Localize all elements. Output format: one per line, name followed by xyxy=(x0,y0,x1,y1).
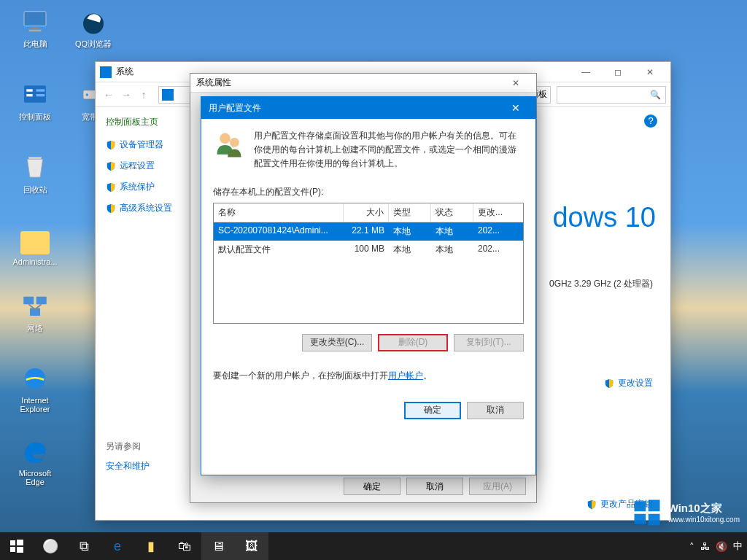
desktop-icon-this-pc[interactable]: 此电脑 xyxy=(9,6,61,50)
sidebar: 控制面板主页 设备管理器 远程设置 系统保护 高级系统设置 另请参阅 xyxy=(96,107,198,520)
up-title-text: 用户配置文件 xyxy=(209,102,261,114)
edge-icon xyxy=(20,436,50,467)
taskbar-store[interactable]: 🛍 xyxy=(168,532,201,560)
svg-rect-20 xyxy=(634,514,646,524)
desktop-icon-network[interactable]: 网络 xyxy=(9,290,61,334)
up-body: 用户配置文件存储桌面设置和其他与你的用户帐户有关的信息。可在你使用的每台计算机上… xyxy=(201,119,535,429)
icon-label: Administra... xyxy=(9,257,61,266)
taskbar-edge[interactable]: e xyxy=(101,532,134,560)
folder-icon: ▮ xyxy=(147,538,155,554)
tray-ime-icon[interactable]: 中 xyxy=(733,540,743,553)
system-tray: ˄ 🖧 🔇 中 xyxy=(689,540,747,553)
cancel-button[interactable]: 取消 xyxy=(406,478,463,495)
taskbar-file-explorer[interactable]: ▮ xyxy=(134,532,168,560)
shield-icon xyxy=(106,140,116,150)
desktop: 此电脑 QQ浏览器 控制面板 宽带连 回收站 Administra... 网络 xyxy=(0,0,747,560)
table-header: 名称 大小 类型 状态 更改... xyxy=(214,203,523,222)
shield-icon xyxy=(587,499,597,510)
col-name[interactable]: 名称 xyxy=(214,203,344,222)
up-button[interactable]: ↑ xyxy=(135,86,152,104)
app-icon: 🖥 xyxy=(212,539,225,554)
desktop-icon-administrator[interactable]: Administra... xyxy=(9,225,61,266)
minimize-button[interactable]: — xyxy=(570,62,602,82)
taskbar-running-1[interactable]: 🖥 xyxy=(201,532,235,560)
svg-rect-8 xyxy=(36,94,45,96)
shield-icon xyxy=(106,182,116,192)
icon-label: 控制面板 xyxy=(9,112,61,122)
copy-to-button[interactable]: 复制到(T)... xyxy=(454,334,524,351)
col-modified[interactable]: 更改... xyxy=(473,203,516,222)
tray-network-icon[interactable]: 🖧 xyxy=(700,541,710,552)
props-titlebar[interactable]: 系统属性 ✕ xyxy=(190,74,536,93)
up-description: 用户配置文件存储桌面设置和其他与你的用户帐户有关的信息。可在你使用的每台计算机上… xyxy=(254,129,524,171)
icon-label: 网络 xyxy=(9,323,61,334)
taskbar-running-2[interactable]: 🖼 xyxy=(235,532,268,560)
col-size[interactable]: 大小 xyxy=(344,203,389,222)
cancel-button[interactable]: 取消 xyxy=(467,402,524,419)
ie-icon xyxy=(20,363,50,394)
icon-label: 此电脑 xyxy=(9,39,61,50)
desktop-icon-qq-browser[interactable]: QQ浏览器 xyxy=(67,6,120,50)
window-title: 系统 xyxy=(116,66,133,78)
svg-rect-18 xyxy=(634,501,646,511)
desktop-icon-edge[interactable]: Microsoft Edge xyxy=(9,436,61,486)
user-accounts-link[interactable]: 用户帐户 xyxy=(388,370,423,381)
profiles-list-label: 储存在本机上的配置文件(P): xyxy=(213,186,524,198)
shield-icon xyxy=(106,161,116,171)
table-row-selected[interactable]: SC-202007081424\Admini... 22.1 MB 本地 本地 … xyxy=(214,222,523,241)
close-button[interactable]: ✕ xyxy=(634,62,666,82)
sidebar-item-device-manager[interactable]: 设备管理器 xyxy=(106,139,187,151)
search-input[interactable]: 🔍 xyxy=(557,86,666,104)
taskbar: ⚪ ⧉ e ▮ 🛍 🖥 🖼 ˄ 🖧 🔇 中 xyxy=(0,532,747,560)
ok-button[interactable]: 确定 xyxy=(404,402,461,419)
taskbar-search[interactable]: ⚪ xyxy=(34,532,67,560)
ok-button[interactable]: 确定 xyxy=(344,478,400,495)
delete-button[interactable]: 删除(D) xyxy=(378,334,448,351)
sidebar-item-label: 设备管理器 xyxy=(120,139,163,151)
svg-rect-7 xyxy=(36,89,45,91)
svg-rect-1 xyxy=(31,27,39,29)
svg-rect-11 xyxy=(28,157,42,160)
sidebar-item-label: 系统保护 xyxy=(120,181,155,193)
start-button[interactable] xyxy=(0,532,34,560)
maximize-button[interactable]: ◻ xyxy=(602,62,634,82)
sidebar-item-security[interactable]: 安全和维护 xyxy=(106,460,187,472)
change-settings-link[interactable]: 更改设置 xyxy=(604,377,653,389)
forward-button[interactable]: → xyxy=(117,86,135,104)
cpu-spec: 0GHz 3.29 GHz (2 处理器) xyxy=(549,278,653,290)
back-button[interactable]: ← xyxy=(100,86,117,104)
dialog-footer-buttons: 确定 取消 xyxy=(213,402,524,419)
svg-point-17 xyxy=(230,138,239,147)
tray-chevron-icon[interactable]: ˄ xyxy=(689,541,694,552)
col-type[interactable]: 类型 xyxy=(389,203,431,222)
svg-rect-2 xyxy=(29,30,42,32)
svg-rect-12 xyxy=(23,297,34,305)
svg-point-10 xyxy=(86,93,89,96)
change-type-button[interactable]: 更改类型(C)... xyxy=(302,334,372,351)
watermark-title: Win10之家 xyxy=(668,502,740,516)
table-row[interactable]: 默认配置文件 100 MB 本地 本地 202... xyxy=(214,241,523,259)
sidebar-item-remote[interactable]: 远程设置 xyxy=(106,160,187,172)
apply-button[interactable]: 应用(A) xyxy=(469,478,526,495)
task-view-button[interactable]: ⧉ xyxy=(67,532,101,560)
help-icon[interactable]: ? xyxy=(644,114,657,128)
sidebar-item-label: 远程设置 xyxy=(120,160,155,172)
desktop-icon-recycle-bin[interactable]: 回收站 xyxy=(9,152,61,195)
profile-action-buttons: 更改类型(C)... 删除(D) 复制到(T)... xyxy=(213,334,524,351)
watermark-url: www.win10xitong.com xyxy=(668,516,740,524)
up-titlebar[interactable]: 用户配置文件 ✕ xyxy=(201,97,535,119)
close-button[interactable]: ✕ xyxy=(501,78,530,88)
address-icon xyxy=(162,89,174,101)
sidebar-item-protection[interactable]: 系统保护 xyxy=(106,181,187,193)
desktop-icon-control-panel[interactable]: 控制面板 xyxy=(9,79,61,122)
sidebar-item-advanced[interactable]: 高级系统设置 xyxy=(106,202,187,214)
desktop-icon-ie[interactable]: Internet Explorer xyxy=(9,363,61,413)
profiles-table[interactable]: 名称 大小 类型 状态 更改... SC-202007081424\Admini… xyxy=(213,203,524,324)
pc-icon xyxy=(20,6,50,36)
user-profiles-dialog: 用户配置文件 ✕ 用户配置文件存储桌面设置和其他与你的用户帐户有关的信息。可在你… xyxy=(201,96,536,475)
close-button[interactable]: ✕ xyxy=(503,97,528,119)
tray-volume-icon[interactable]: 🔇 xyxy=(716,541,727,552)
qq-browser-icon xyxy=(78,6,109,36)
user-profiles-icon xyxy=(213,129,245,161)
col-state[interactable]: 状态 xyxy=(431,203,473,222)
